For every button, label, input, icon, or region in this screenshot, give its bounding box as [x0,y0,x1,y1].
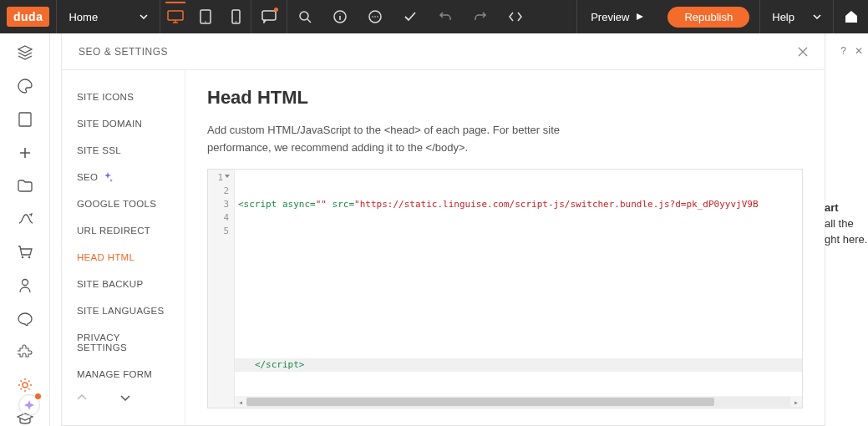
person-icon [18,278,32,293]
gear-icon [18,378,33,393]
sidebar-item-site-domain[interactable]: SITE DOMAIN [62,110,185,137]
scroll-left-button[interactable]: ◂ [235,398,246,407]
sidebar-item-manage-form[interactable]: MANAGE FORM [62,361,185,388]
republish-button[interactable]: Republish [667,7,749,28]
sidebar-item-site-ssl[interactable]: SITE SSL [62,137,185,164]
sidebar-item-url-redirect[interactable]: URL REDIRECT [62,217,185,244]
scroll-thumb[interactable] [246,398,714,406]
code-icon [508,12,523,22]
content-description: Add custom HTML/JavaScript to the <head>… [207,122,608,157]
sidebar-item-privacy-settings[interactable]: PRIVACY SETTINGS [62,324,185,361]
sparkle-icon [23,399,35,411]
device-mobile-button[interactable] [221,0,251,33]
notification-dot [274,8,278,12]
info-button[interactable] [322,0,358,33]
code-line [238,278,799,292]
comments-icon [261,10,277,23]
rail-pages[interactable] [17,112,33,127]
svg-rect-5 [262,11,276,20]
svg-rect-12 [19,113,31,126]
svg-point-10 [374,16,376,18]
close-button[interactable] [798,47,808,57]
bg-text-fragment: all the [825,216,867,232]
undo-button[interactable] [428,0,463,33]
rail-settings[interactable] [17,378,33,393]
horizontal-scrollbar[interactable]: ◂ ▸ [235,396,802,408]
search-icon [298,10,312,23]
sidebar-item-site-backup[interactable]: SITE BACKUP [62,271,185,297]
redo-button[interactable] [463,0,498,33]
comments-button[interactable] [251,0,287,33]
sidebar-item-site-icons[interactable]: SITE ICONS [62,84,185,110]
home-button[interactable] [833,0,868,33]
rail-apps[interactable] [17,344,33,359]
rail-layers[interactable] [17,45,33,60]
desktop-icon [167,10,184,23]
devmode-button[interactable] [498,0,533,33]
search-button[interactable] [287,0,322,33]
home-icon [844,10,859,23]
rail-flows[interactable] [17,211,33,226]
panel-title: SEO & SETTINGS [79,46,168,58]
sidebar-item-head-html[interactable]: HEAD HTML [62,244,185,271]
content-heading: Head HTML [207,87,803,109]
page-selector[interactable]: Home [56,0,160,33]
undo-icon [439,11,452,23]
rail-store[interactable] [17,245,33,260]
line-number: 3 [208,198,229,211]
svg-point-6 [300,12,308,20]
page-icon [18,112,32,127]
device-desktop-button[interactable] [160,0,190,33]
code-content[interactable]: <script async="" src="https://static.lin… [235,170,802,408]
svg-point-13 [21,256,23,258]
code-line: <script async="" src="https://static.lin… [238,198,799,211]
help-dropdown[interactable]: Help [759,0,833,33]
line-number: 4 [208,211,229,225]
rail-add[interactable] [17,145,33,160]
rail-content[interactable] [17,179,33,194]
ai-assistant-button[interactable] [18,394,40,416]
line-number: 2 [208,185,229,198]
svg-point-14 [28,256,29,258]
comments-section [251,0,287,33]
svg-point-9 [372,16,373,18]
notification-dot [35,393,41,399]
scroll-right-button[interactable]: ▸ [790,398,802,407]
flow-icon [18,213,33,225]
help-icon-text[interactable]: ? [840,45,846,57]
device-tablet-button[interactable] [190,0,221,33]
svg-point-11 [377,16,378,18]
sidebar-prev-button[interactable] [77,394,87,401]
content-area: Head HTML Add custom HTML/JavaScript to … [185,70,825,425]
sidebar-next-button[interactable] [120,394,130,401]
svg-point-2 [205,21,206,23]
bg-text-fragment: art [825,200,867,216]
chevron-up-icon [77,394,87,401]
chevron-down-icon [140,14,148,19]
preview-button[interactable]: Preview [576,0,657,33]
rail-people[interactable] [17,278,33,293]
code-line: </script> [235,358,802,372]
palette-icon [18,79,33,94]
chat-icon [368,10,382,23]
close-icon-text[interactable]: ✕ [855,45,863,57]
cart-icon [18,246,33,259]
sidebar-item-seo[interactable]: SEO [62,164,185,190]
sidebar-item-site-languages[interactable]: SITE LANGUAGES [62,297,185,324]
device-switcher [160,0,251,33]
check-button[interactable] [393,0,428,33]
info-icon [333,10,347,23]
rail-theme[interactable] [17,79,33,94]
scroll-track[interactable] [246,397,790,407]
line-number: 1 [208,171,229,185]
topbar: duda Home [0,0,868,33]
svg-rect-0 [168,11,183,20]
code-line [238,238,799,251]
logo[interactable]: duda [7,7,49,27]
chat-button[interactable] [358,0,393,33]
speech-icon [18,312,33,326]
puzzle-icon [18,344,33,359]
rail-blog[interactable] [17,312,33,327]
sidebar-item-google-tools[interactable]: GOOGLE TOOLS [62,190,185,217]
code-editor[interactable]: 1 2 3 4 5 <script async="" src="https://… [207,169,803,408]
